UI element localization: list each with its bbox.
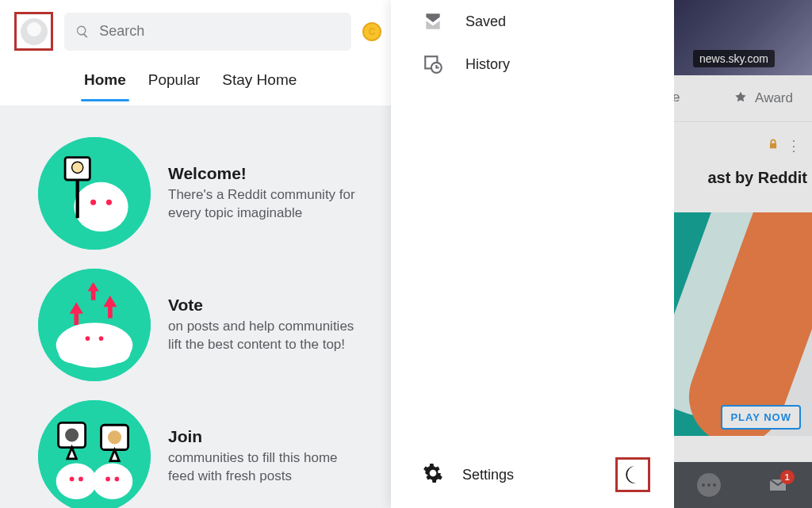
drawer-item-history[interactable]: History: [391, 43, 674, 86]
vote-illustration: [38, 269, 151, 381]
onboarding-vote: Vote on posts and help communities lift …: [38, 269, 372, 381]
tab-stay-home[interactable]: Stay Home: [222, 71, 297, 97]
svg-point-10: [103, 341, 130, 363]
drawer-item-saved[interactable]: Saved: [391, 0, 674, 43]
vote-title: Vote: [168, 296, 366, 315]
svg-point-19: [115, 477, 120, 482]
lock-icon: [768, 139, 779, 152]
nav-chat[interactable]: [695, 472, 722, 498]
main-pane: C Home Popular Stay Home Welcome! There'…: [0, 0, 391, 508]
promo-image: PLAY NOW: [674, 212, 812, 436]
play-now-button[interactable]: PLAY NOW: [721, 405, 801, 430]
join-body: communities to fill this home feed with …: [168, 449, 366, 486]
svg-point-14: [56, 464, 97, 499]
history-icon: [423, 54, 443, 74]
search-icon: [75, 24, 90, 40]
settings-label: Settings: [462, 467, 514, 483]
vote-text: Vote on posts and help communities lift …: [168, 296, 366, 354]
svg-point-6: [72, 162, 83, 173]
welcome-title: Welcome!: [168, 164, 366, 183]
svg-point-18: [105, 477, 110, 482]
svg-point-17: [79, 477, 83, 482]
welcome-text: Welcome! There's a Reddit community for …: [168, 164, 366, 223]
onboarding-join: Join communities to fill this home feed …: [38, 400, 372, 508]
domain-pill: news.sky.com: [693, 50, 775, 67]
moon-icon: [622, 464, 643, 485]
welcome-body: There's a Reddit community for every top…: [168, 186, 366, 223]
welcome-illustration: [38, 137, 151, 250]
award-icon[interactable]: [733, 90, 749, 106]
svg-point-16: [70, 477, 75, 482]
chat-icon: [697, 473, 721, 497]
search-input[interactable]: [99, 23, 340, 40]
nav-inbox[interactable]: 1: [764, 472, 791, 498]
header-bar: C: [0, 0, 391, 63]
award-label[interactable]: Award: [755, 90, 793, 106]
profile-avatar-icon: [21, 18, 48, 45]
svg-point-23: [108, 430, 121, 444]
share-label-partial: e: [674, 90, 680, 105]
coins-icon[interactable]: C: [362, 22, 381, 41]
join-illustration: [38, 400, 151, 508]
bottom-nav: 1: [674, 462, 812, 508]
night-mode-toggle-highlight[interactable]: [615, 457, 650, 492]
vote-body: on posts and help communities lift the b…: [168, 318, 366, 354]
gear-icon: [423, 463, 443, 487]
drawer-item-settings[interactable]: Settings: [423, 463, 615, 487]
post-actions: Award: [674, 75, 812, 121]
svg-point-2: [90, 200, 96, 205]
post-meta-row: ⋮: [674, 121, 812, 169]
search-bar[interactable]: [64, 13, 351, 51]
onboarding-welcome: Welcome! There's a Reddit community for …: [38, 137, 372, 250]
inbox-badge: 1: [780, 470, 795, 484]
svg-point-15: [92, 464, 132, 499]
svg-point-13: [38, 400, 151, 508]
profile-avatar-highlight[interactable]: [14, 12, 53, 51]
svg-point-1: [74, 182, 128, 231]
join-text: Join communities to fill this home feed …: [168, 427, 366, 486]
svg-point-9: [59, 341, 86, 363]
background-app-sliver: news.sky.com e Award ⋮ ast by Reddit PLA…: [674, 0, 812, 508]
saved-icon: [423, 11, 443, 32]
nav-drawer: Saved History Settings: [391, 0, 674, 508]
history-label: History: [465, 56, 510, 73]
saved-label: Saved: [465, 13, 506, 30]
svg-point-12: [99, 336, 104, 341]
tab-popular[interactable]: Popular: [148, 71, 201, 97]
feed-tabs: Home Popular Stay Home: [0, 63, 391, 105]
svg-point-3: [106, 200, 112, 205]
svg-point-21: [65, 429, 79, 442]
tab-home[interactable]: Home: [84, 71, 126, 97]
post-title-partial: ast by Reddit: [674, 169, 812, 195]
join-title: Join: [168, 427, 366, 446]
overflow-icon[interactable]: ⋮: [787, 137, 801, 155]
post-thumbnail: news.sky.com: [674, 0, 812, 75]
onboarding-feed: Welcome! There's a Reddit community for …: [0, 105, 391, 508]
svg-point-11: [86, 336, 90, 341]
